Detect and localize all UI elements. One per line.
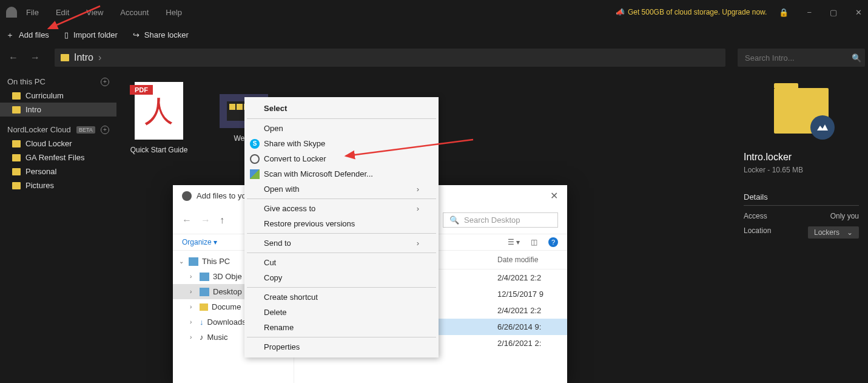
tree-label: Desktop: [213, 287, 242, 296]
documents-icon: [200, 303, 208, 311]
row-date: 2/4/2021 2:2: [497, 273, 558, 282]
col-header-date[interactable]: Date modifie: [497, 256, 558, 264]
sidebar-pc-label: On this PC: [7, 77, 45, 86]
add-cloud-locker-button[interactable]: +: [101, 126, 109, 134]
ctx-properties[interactable]: Properties: [246, 339, 437, 354]
sidebar-item-curriculum[interactable]: Curriculum: [0, 89, 116, 103]
lock-icon[interactable]: 🔒: [779, 8, 789, 17]
nav-back-button[interactable]: ←: [8, 52, 18, 63]
file-label: Quick Start Guide: [130, 146, 188, 154]
dialog-title: Add files to yo: [197, 191, 246, 200]
titlebar: File Edit View Account Help 📣 Get 500GB …: [0, 0, 868, 24]
ctx-open[interactable]: Open: [246, 121, 437, 136]
folder-icon: [12, 168, 21, 175]
folder-icon: [12, 140, 21, 147]
row-date: 12/15/2017 9: [497, 290, 558, 299]
sidebar-item-ga-renfest[interactable]: GA Renfest Files: [0, 151, 116, 164]
menu-file[interactable]: File: [26, 8, 39, 17]
skype-icon: S: [250, 139, 260, 149]
sidebar-item-label: Pictures: [25, 181, 54, 190]
menu-account[interactable]: Account: [120, 8, 149, 17]
ctx-scan-defender[interactable]: Scan with Microsoft Defender...: [246, 166, 437, 181]
expand-icon[interactable]: ›: [190, 319, 196, 325]
dialog-close-button[interactable]: ✕: [550, 190, 558, 202]
import-folder-button[interactable]: ▯ Import folder: [64, 30, 118, 39]
location-value: Lockers: [814, 228, 839, 237]
menu-edit[interactable]: Edit: [56, 8, 69, 17]
dialog-search[interactable]: 🔍 Search Desktop: [443, 212, 558, 228]
ctx-open-with[interactable]: Open with›: [246, 181, 437, 197]
chevron-right-icon: ›: [98, 52, 101, 63]
search-input[interactable]: [745, 53, 847, 63]
location-select[interactable]: Lockers ⌄: [808, 226, 859, 239]
chevron-down-icon: ⌄: [847, 228, 853, 237]
sidebar-item-personal[interactable]: Personal: [0, 164, 116, 178]
device-icon: ▯: [64, 30, 69, 39]
nordlocker-icon: [250, 154, 260, 164]
downloads-icon: ↓: [200, 317, 204, 327]
menu-view[interactable]: View: [86, 8, 103, 17]
minimize-button[interactable]: −: [807, 8, 812, 17]
view-list-icon[interactable]: ☰ ▾: [508, 238, 520, 246]
search-icon[interactable]: 🔍: [852, 53, 861, 63]
desktop-icon: [200, 288, 209, 296]
pc-icon: [189, 257, 198, 266]
expand-icon[interactable]: ›: [190, 334, 196, 341]
organize-button[interactable]: Organize ▾: [182, 238, 217, 246]
preview-pane-icon[interactable]: ◫: [531, 238, 537, 246]
access-label: Access: [744, 212, 767, 220]
folder-icon: [12, 92, 21, 100]
ctx-create-shortcut[interactable]: Create shortcut: [246, 290, 437, 305]
ctx-convert-locker[interactable]: Convert to Locker: [246, 151, 437, 166]
row-date: 2/4/2021 2:2: [497, 306, 558, 315]
promo-banner[interactable]: 📣 Get 500GB of cloud storage. Upgrade no…: [616, 8, 767, 16]
maximize-button[interactable]: ▢: [830, 8, 837, 17]
dialog-forward-button[interactable]: →: [201, 215, 210, 226]
add-files-button[interactable]: ＋ Add files: [6, 30, 49, 41]
defender-shield-icon: [250, 169, 260, 179]
breadcrumb[interactable]: Intro ›: [55, 49, 725, 67]
ctx-restore[interactable]: Restore previous versions: [246, 216, 437, 231]
menu-help[interactable]: Help: [166, 8, 182, 17]
row-date: 2/16/2021 2:: [497, 339, 558, 348]
folder-icon: [61, 54, 69, 61]
pdf-icon: PDF 人: [135, 82, 183, 140]
folder-icon: [12, 106, 21, 114]
help-icon[interactable]: ?: [548, 237, 558, 247]
close-button[interactable]: ✕: [855, 8, 862, 17]
search-icon: 🔍: [449, 215, 459, 225]
locker-title: Intro.locker: [744, 152, 859, 163]
expand-icon[interactable]: ⌄: [179, 258, 185, 265]
ctx-send-to[interactable]: Send to›: [246, 236, 437, 251]
tree-label: Docume: [212, 302, 241, 311]
tree-label: This PC: [202, 257, 230, 266]
sidebar-item-cloud-locker[interactable]: Cloud Locker: [0, 137, 116, 151]
ctx-delete[interactable]: Delete: [246, 305, 437, 320]
expand-icon[interactable]: ›: [190, 273, 196, 280]
ctx-share-skype[interactable]: S Share with Skype: [246, 136, 437, 151]
mountain-badge-icon: [810, 115, 835, 140]
details-header: Details: [744, 192, 859, 206]
file-item-pdf[interactable]: PDF 人 Quick Start Guide: [129, 82, 189, 154]
submenu-arrow-icon: ›: [417, 204, 419, 213]
dialog-back-button[interactable]: ←: [182, 215, 192, 226]
expand-icon[interactable]: ›: [190, 288, 196, 295]
ctx-give-access[interactable]: Give access to›: [246, 201, 437, 216]
expand-icon[interactable]: ›: [190, 303, 196, 310]
add-pc-locker-button[interactable]: +: [101, 78, 109, 86]
sidebar-item-pictures[interactable]: Pictures: [0, 178, 116, 192]
ctx-cut[interactable]: Cut: [246, 255, 437, 270]
ctx-copy[interactable]: Copy: [246, 270, 437, 285]
ctx-header: Select: [246, 100, 437, 117]
share-locker-button[interactable]: ↪ Share locker: [133, 30, 189, 39]
dialog-search-placeholder: Search Desktop: [464, 215, 520, 225]
music-icon: ♪: [200, 333, 204, 342]
nav-forward-button[interactable]: →: [30, 52, 40, 63]
folder-icon: [12, 154, 21, 161]
app-icon: [182, 191, 192, 201]
sidebar-item-intro[interactable]: Intro: [0, 103, 116, 117]
search-box[interactable]: 🔍: [738, 49, 865, 67]
ctx-rename[interactable]: Rename: [246, 320, 437, 335]
location-label: Location: [744, 226, 771, 239]
dialog-up-button[interactable]: ↑: [220, 215, 224, 226]
